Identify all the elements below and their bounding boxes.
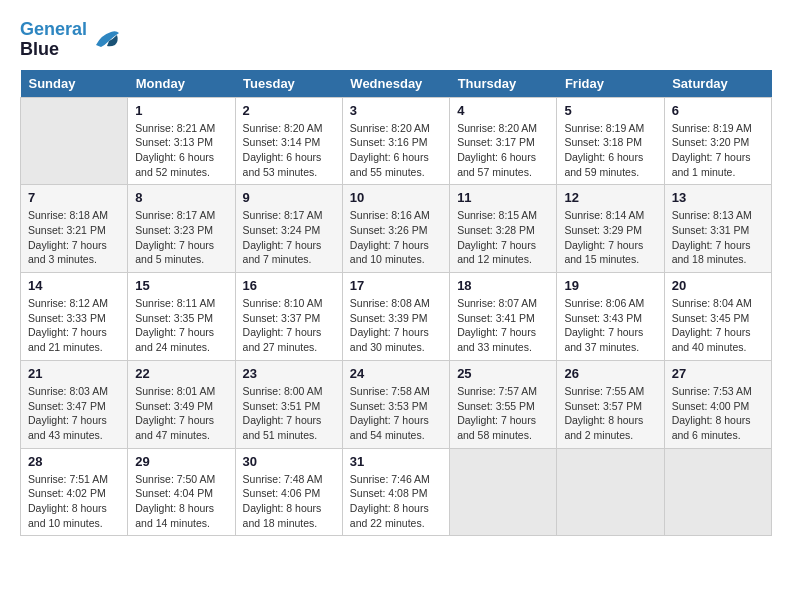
calendar-cell: 20Sunrise: 8:04 AM Sunset: 3:45 PM Dayli… xyxy=(664,273,771,361)
day-info: Sunrise: 7:51 AM Sunset: 4:02 PM Dayligh… xyxy=(28,472,120,531)
calendar-cell: 24Sunrise: 7:58 AM Sunset: 3:53 PM Dayli… xyxy=(342,360,449,448)
day-number: 28 xyxy=(28,454,120,469)
calendar-cell: 30Sunrise: 7:48 AM Sunset: 4:06 PM Dayli… xyxy=(235,448,342,536)
day-number: 3 xyxy=(350,103,442,118)
week-row-3: 14Sunrise: 8:12 AM Sunset: 3:33 PM Dayli… xyxy=(21,273,772,361)
day-info: Sunrise: 7:46 AM Sunset: 4:08 PM Dayligh… xyxy=(350,472,442,531)
col-header-monday: Monday xyxy=(128,70,235,98)
day-number: 19 xyxy=(564,278,656,293)
day-info: Sunrise: 8:14 AM Sunset: 3:29 PM Dayligh… xyxy=(564,208,656,267)
col-header-tuesday: Tuesday xyxy=(235,70,342,98)
calendar-cell: 15Sunrise: 8:11 AM Sunset: 3:35 PM Dayli… xyxy=(128,273,235,361)
calendar-cell: 19Sunrise: 8:06 AM Sunset: 3:43 PM Dayli… xyxy=(557,273,664,361)
day-info: Sunrise: 8:15 AM Sunset: 3:28 PM Dayligh… xyxy=(457,208,549,267)
day-info: Sunrise: 8:03 AM Sunset: 3:47 PM Dayligh… xyxy=(28,384,120,443)
calendar-cell xyxy=(450,448,557,536)
calendar-cell xyxy=(664,448,771,536)
calendar-cell: 14Sunrise: 8:12 AM Sunset: 3:33 PM Dayli… xyxy=(21,273,128,361)
day-info: Sunrise: 8:17 AM Sunset: 3:23 PM Dayligh… xyxy=(135,208,227,267)
calendar-cell: 3Sunrise: 8:20 AM Sunset: 3:16 PM Daylig… xyxy=(342,97,449,185)
day-info: Sunrise: 8:11 AM Sunset: 3:35 PM Dayligh… xyxy=(135,296,227,355)
day-number: 4 xyxy=(457,103,549,118)
day-info: Sunrise: 7:58 AM Sunset: 3:53 PM Dayligh… xyxy=(350,384,442,443)
day-info: Sunrise: 8:20 AM Sunset: 3:16 PM Dayligh… xyxy=(350,121,442,180)
day-number: 8 xyxy=(135,190,227,205)
day-number: 7 xyxy=(28,190,120,205)
calendar-cell: 22Sunrise: 8:01 AM Sunset: 3:49 PM Dayli… xyxy=(128,360,235,448)
col-header-sunday: Sunday xyxy=(21,70,128,98)
calendar-cell: 6Sunrise: 8:19 AM Sunset: 3:20 PM Daylig… xyxy=(664,97,771,185)
calendar-cell: 29Sunrise: 7:50 AM Sunset: 4:04 PM Dayli… xyxy=(128,448,235,536)
week-row-1: 1Sunrise: 8:21 AM Sunset: 3:13 PM Daylig… xyxy=(21,97,772,185)
day-number: 2 xyxy=(243,103,335,118)
calendar-cell: 25Sunrise: 7:57 AM Sunset: 3:55 PM Dayli… xyxy=(450,360,557,448)
calendar-table: SundayMondayTuesdayWednesdayThursdayFrid… xyxy=(20,70,772,537)
day-info: Sunrise: 8:06 AM Sunset: 3:43 PM Dayligh… xyxy=(564,296,656,355)
day-number: 12 xyxy=(564,190,656,205)
calendar-cell: 16Sunrise: 8:10 AM Sunset: 3:37 PM Dayli… xyxy=(235,273,342,361)
day-info: Sunrise: 8:20 AM Sunset: 3:14 PM Dayligh… xyxy=(243,121,335,180)
day-number: 13 xyxy=(672,190,764,205)
day-info: Sunrise: 8:20 AM Sunset: 3:17 PM Dayligh… xyxy=(457,121,549,180)
calendar-cell: 17Sunrise: 8:08 AM Sunset: 3:39 PM Dayli… xyxy=(342,273,449,361)
calendar-cell: 4Sunrise: 8:20 AM Sunset: 3:17 PM Daylig… xyxy=(450,97,557,185)
day-number: 5 xyxy=(564,103,656,118)
calendar-cell: 11Sunrise: 8:15 AM Sunset: 3:28 PM Dayli… xyxy=(450,185,557,273)
calendar-cell: 9Sunrise: 8:17 AM Sunset: 3:24 PM Daylig… xyxy=(235,185,342,273)
week-row-5: 28Sunrise: 7:51 AM Sunset: 4:02 PM Dayli… xyxy=(21,448,772,536)
day-number: 22 xyxy=(135,366,227,381)
day-number: 21 xyxy=(28,366,120,381)
calendar-cell: 18Sunrise: 8:07 AM Sunset: 3:41 PM Dayli… xyxy=(450,273,557,361)
logo-text: GeneralBlue xyxy=(20,20,87,60)
col-header-friday: Friday xyxy=(557,70,664,98)
calendar-cell: 2Sunrise: 8:20 AM Sunset: 3:14 PM Daylig… xyxy=(235,97,342,185)
day-info: Sunrise: 8:04 AM Sunset: 3:45 PM Dayligh… xyxy=(672,296,764,355)
day-number: 25 xyxy=(457,366,549,381)
calendar-cell: 8Sunrise: 8:17 AM Sunset: 3:23 PM Daylig… xyxy=(128,185,235,273)
day-info: Sunrise: 8:18 AM Sunset: 3:21 PM Dayligh… xyxy=(28,208,120,267)
calendar-cell: 10Sunrise: 8:16 AM Sunset: 3:26 PM Dayli… xyxy=(342,185,449,273)
calendar-cell: 21Sunrise: 8:03 AM Sunset: 3:47 PM Dayli… xyxy=(21,360,128,448)
calendar-cell: 23Sunrise: 8:00 AM Sunset: 3:51 PM Dayli… xyxy=(235,360,342,448)
day-info: Sunrise: 8:12 AM Sunset: 3:33 PM Dayligh… xyxy=(28,296,120,355)
week-row-4: 21Sunrise: 8:03 AM Sunset: 3:47 PM Dayli… xyxy=(21,360,772,448)
day-number: 14 xyxy=(28,278,120,293)
calendar-cell: 13Sunrise: 8:13 AM Sunset: 3:31 PM Dayli… xyxy=(664,185,771,273)
calendar-header-row: SundayMondayTuesdayWednesdayThursdayFrid… xyxy=(21,70,772,98)
day-number: 29 xyxy=(135,454,227,469)
col-header-wednesday: Wednesday xyxy=(342,70,449,98)
day-number: 23 xyxy=(243,366,335,381)
col-header-thursday: Thursday xyxy=(450,70,557,98)
day-info: Sunrise: 8:08 AM Sunset: 3:39 PM Dayligh… xyxy=(350,296,442,355)
day-number: 31 xyxy=(350,454,442,469)
calendar-cell xyxy=(557,448,664,536)
day-number: 18 xyxy=(457,278,549,293)
day-info: Sunrise: 8:19 AM Sunset: 3:18 PM Dayligh… xyxy=(564,121,656,180)
day-info: Sunrise: 8:13 AM Sunset: 3:31 PM Dayligh… xyxy=(672,208,764,267)
day-info: Sunrise: 7:53 AM Sunset: 4:00 PM Dayligh… xyxy=(672,384,764,443)
page-header: GeneralBlue xyxy=(20,20,772,60)
day-info: Sunrise: 7:48 AM Sunset: 4:06 PM Dayligh… xyxy=(243,472,335,531)
calendar-cell: 27Sunrise: 7:53 AM Sunset: 4:00 PM Dayli… xyxy=(664,360,771,448)
day-number: 10 xyxy=(350,190,442,205)
logo-bird-icon xyxy=(91,27,121,52)
week-row-2: 7Sunrise: 8:18 AM Sunset: 3:21 PM Daylig… xyxy=(21,185,772,273)
day-number: 15 xyxy=(135,278,227,293)
day-number: 16 xyxy=(243,278,335,293)
day-info: Sunrise: 8:17 AM Sunset: 3:24 PM Dayligh… xyxy=(243,208,335,267)
calendar-cell: 5Sunrise: 8:19 AM Sunset: 3:18 PM Daylig… xyxy=(557,97,664,185)
day-info: Sunrise: 7:57 AM Sunset: 3:55 PM Dayligh… xyxy=(457,384,549,443)
day-number: 11 xyxy=(457,190,549,205)
calendar-cell: 12Sunrise: 8:14 AM Sunset: 3:29 PM Dayli… xyxy=(557,185,664,273)
day-number: 9 xyxy=(243,190,335,205)
day-number: 30 xyxy=(243,454,335,469)
day-info: Sunrise: 8:16 AM Sunset: 3:26 PM Dayligh… xyxy=(350,208,442,267)
day-number: 6 xyxy=(672,103,764,118)
calendar-cell: 26Sunrise: 7:55 AM Sunset: 3:57 PM Dayli… xyxy=(557,360,664,448)
calendar-cell: 1Sunrise: 8:21 AM Sunset: 3:13 PM Daylig… xyxy=(128,97,235,185)
day-number: 1 xyxy=(135,103,227,118)
day-info: Sunrise: 8:19 AM Sunset: 3:20 PM Dayligh… xyxy=(672,121,764,180)
calendar-cell: 7Sunrise: 8:18 AM Sunset: 3:21 PM Daylig… xyxy=(21,185,128,273)
day-number: 26 xyxy=(564,366,656,381)
day-info: Sunrise: 8:01 AM Sunset: 3:49 PM Dayligh… xyxy=(135,384,227,443)
